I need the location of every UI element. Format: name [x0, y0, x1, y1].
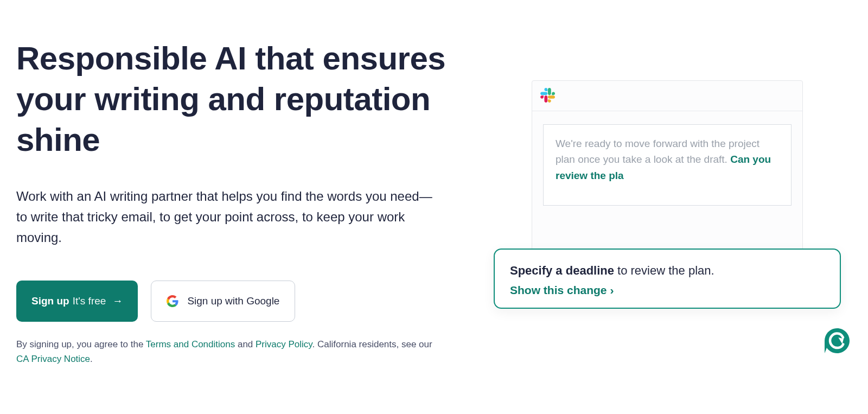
mock-app-window: We're ready to move forward with the pro…: [532, 80, 803, 255]
signup-google-button[interactable]: Sign up with Google: [151, 281, 295, 322]
suggestion-strong: Specify a deadline: [510, 264, 614, 277]
chevron-right-icon: ›: [610, 284, 614, 296]
ca-privacy-link[interactable]: CA Privacy Notice: [16, 354, 90, 364]
grammarly-icon[interactable]: [824, 327, 851, 354]
signup-button-light: It's free: [73, 295, 106, 307]
mock-textarea: We're ready to move forward with the pro…: [543, 124, 792, 206]
mock-draft-plain: We're ready to move forward with the pro…: [556, 138, 760, 165]
privacy-link[interactable]: Privacy Policy: [256, 339, 312, 349]
legal-text: By signing up, you agree to the Terms an…: [16, 337, 439, 366]
signup-button-bold: Sign up: [31, 295, 69, 307]
signup-google-label: Sign up with Google: [187, 295, 279, 307]
signup-button[interactable]: Sign up It's free →: [16, 281, 138, 322]
cta-row: Sign up It's free → Sign up with Google: [16, 281, 467, 322]
legal-ca-prefix: . California residents, see our: [312, 339, 432, 349]
slack-icon: [540, 87, 555, 105]
google-icon: [167, 295, 178, 307]
mock-topbar: [532, 81, 802, 111]
legal-suffix: .: [90, 354, 93, 364]
terms-link[interactable]: Terms and Conditions: [146, 339, 235, 349]
legal-and: and: [235, 339, 256, 349]
suggestion-rest: to review the plan.: [614, 264, 714, 277]
hero-subhead: Work with an AI writing partner that hel…: [16, 186, 439, 248]
suggestion-card[interactable]: Specify a deadline to review the plan. S…: [494, 249, 841, 309]
show-change-link[interactable]: Show this change›: [510, 284, 614, 297]
hero-headline: Responsible AI that ensures your writing…: [16, 38, 467, 160]
arrow-right-icon: →: [112, 295, 123, 307]
suggestion-text: Specify a deadline to review the plan.: [510, 262, 825, 279]
legal-prefix: By signing up, you agree to the: [16, 339, 146, 349]
show-change-label: Show this change: [510, 284, 607, 296]
